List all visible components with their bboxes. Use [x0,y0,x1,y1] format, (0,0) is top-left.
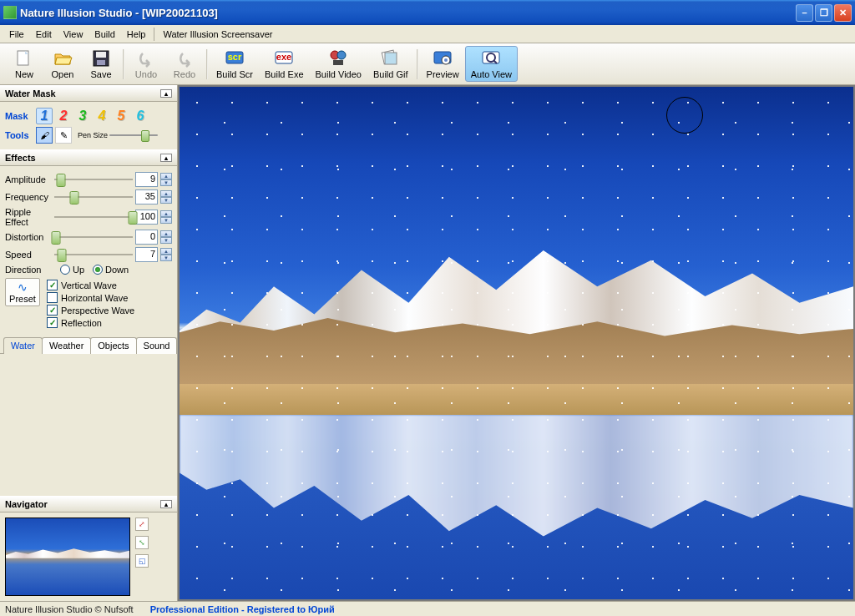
amplitude-label: Amplitude [5,174,52,184]
undo-button[interactable]: Undo [127,46,165,82]
frequency-value[interactable]: 35 [135,189,158,204]
speed-spinner[interactable]: ▲▼ [160,248,172,261]
tab-objects[interactable]: Objects [90,337,136,354]
brush-cursor-icon [666,97,703,134]
mask-4[interactable]: 4 [94,108,110,124]
buildvideo-button[interactable]: Build Video [310,46,367,82]
ripple-spinner[interactable]: ▲▼ [160,210,172,224]
tab-sound[interactable]: Sound [136,337,178,354]
save-button[interactable]: Save [82,46,120,82]
collapse-icon[interactable]: ▴ [160,500,172,508]
speed-label: Speed [5,250,52,260]
autoview-icon [481,48,501,68]
direction-down-radio[interactable]: Down [93,265,129,275]
pensize-label: Pen Size [78,132,108,139]
brush-tool-icon[interactable]: 🖌 [36,127,53,144]
mask-3[interactable]: 3 [74,108,91,124]
menu-wis[interactable]: Water Illusion Screensaver [157,28,278,41]
undo-icon [136,48,156,68]
svg-rect-12 [385,53,397,64]
navigator-thumbnail[interactable] [5,518,130,596]
mask-6[interactable]: 6 [132,108,149,124]
preview-button[interactable]: Preview [421,46,465,82]
svg-rect-3 [97,60,105,65]
close-button[interactable]: ✕ [834,4,852,22]
mask-2[interactable]: 2 [55,108,72,124]
mask-5[interactable]: 5 [113,108,129,124]
frequency-spinner[interactable]: ▲▼ [160,190,172,204]
buildgif-button[interactable]: Build Gif [367,46,414,82]
menubar: File Edit View Build Help Water Illusion… [0,25,855,43]
distortion-slider[interactable] [54,230,133,245]
new-button[interactable]: New [5,46,43,82]
speed-slider[interactable] [54,247,133,262]
effect-tabs: Water Weather Objects Sound [0,336,177,354]
maximize-button[interactable]: ❐ [815,4,832,22]
distortion-value[interactable]: 0 [135,230,158,245]
speed-value[interactable]: 7 [135,247,158,262]
nav-zoom-out-icon[interactable]: ⤡ [135,536,149,549]
amplitude-spinner[interactable]: ▲▼ [160,173,172,186]
menu-edit[interactable]: Edit [30,28,58,41]
tab-water[interactable]: Water [3,337,43,354]
frequency-label: Frequency [5,192,52,202]
titlebar: Nature Illusion Studio - [WIP20021103] –… [0,0,855,25]
redo-icon [175,48,195,68]
svg-rect-2 [96,52,106,58]
reflection-checkbox[interactable]: ✓Reflection [47,317,134,328]
vertical-wave-checkbox[interactable]: ✓Vertical Wave [47,280,134,290]
menu-build[interactable]: Build [89,28,120,41]
canvas-area [178,85,855,601]
autoview-button[interactable]: Auto View [465,46,518,82]
video-icon [328,48,348,68]
tab-weather[interactable]: Weather [42,337,91,354]
status-edition: Professional Edition - Registered to Юри… [150,604,335,614]
open-button[interactable]: Open [43,46,82,82]
horizontal-wave-checkbox[interactable]: Horizontal Wave [47,292,134,303]
ripple-value[interactable]: 100 [135,210,158,225]
mask-1[interactable]: 1 [36,108,53,124]
exe-icon: exe [274,48,294,68]
redo-button[interactable]: Redo [165,46,204,82]
amplitude-slider[interactable] [54,172,133,187]
minimize-button[interactable]: – [796,4,813,22]
window-title: Nature Illusion Studio - [WIP20021103] [20,7,796,19]
distortion-spinner[interactable]: ▲▼ [160,230,172,244]
toolbar: New Open Save Undo Redo scrBuild Scr exe… [0,43,855,85]
scr-icon: scr [225,48,245,68]
navigator-panel: Navigator▴ ⤢ ⤡ ◱ [0,496,177,601]
canvas[interactable] [180,87,853,599]
perspective-wave-checkbox[interactable]: ✓Perspective Wave [47,305,134,316]
collapse-icon[interactable]: ▴ [160,89,172,98]
buildexe-button[interactable]: exeBuild Exe [259,46,309,82]
svg-text:exe: exe [276,52,291,62]
app-icon [3,6,17,19]
watermask-panel-title: Water Mask▴ [0,85,177,102]
direction-label: Direction [5,265,52,275]
ripple-label: Ripple Effect [5,207,52,227]
toolbar-separator [206,49,208,79]
menu-help[interactable]: Help [121,28,152,41]
svg-rect-10 [333,60,343,65]
frequency-slider[interactable] [54,189,133,204]
distortion-label: Distortion [5,232,52,242]
menu-separator [154,28,154,41]
mask-label: Mask [5,111,33,121]
ripple-slider[interactable] [54,210,133,225]
menu-file[interactable]: File [3,28,30,41]
sidebar: Water Mask▴ Mask 1 2 3 4 5 6 Tools 🖌 ✎ P… [0,85,178,601]
buildscr-button[interactable]: scrBuild Scr [210,46,259,82]
snow-overlay [180,87,853,599]
amplitude-value[interactable]: 9 [135,172,158,187]
svg-point-15 [444,58,448,62]
collapse-icon[interactable]: ▴ [160,154,172,162]
nav-fit-icon[interactable]: ◱ [135,554,149,568]
gif-icon [381,48,401,68]
statusbar: Nature Illusion Studio © Nufsoft Profess… [0,601,855,616]
preset-button[interactable]: ∿Preset [5,278,40,306]
pensize-slider[interactable] [109,129,158,142]
erase-tool-icon[interactable]: ✎ [55,127,72,144]
menu-view[interactable]: View [58,28,89,41]
nav-zoom-in-icon[interactable]: ⤢ [135,518,149,531]
direction-up-radio[interactable]: Up [60,265,84,275]
